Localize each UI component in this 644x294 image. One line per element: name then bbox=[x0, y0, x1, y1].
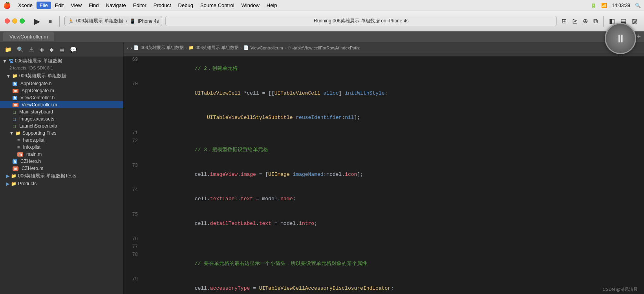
main-storyboard-label: Main.storyboard bbox=[19, 109, 53, 115]
menubar: 🍎 Xcode File Edit View Find Navigate Edi… bbox=[0, 0, 644, 11]
menu-editor[interactable]: Editor bbox=[130, 2, 150, 9]
sidebar-group-tests[interactable]: ▶ 📁 006英雄展示-单组数据Tests bbox=[0, 172, 123, 180]
code-row-77: 77 bbox=[124, 244, 644, 252]
breakpoint-btn[interactable]: ◆ bbox=[48, 46, 55, 53]
scheme-selector[interactable]: 🏃 006英雄展示-单组数据 › 📱 iPhone 4s bbox=[64, 16, 162, 26]
minimize-button[interactable] bbox=[12, 18, 17, 24]
menu-help[interactable]: Help bbox=[263, 2, 280, 9]
add-tab-button[interactable]: + bbox=[637, 33, 641, 41]
sidebar-item-main-m[interactable]: m main.m bbox=[0, 151, 123, 158]
appdelegate-m-label: AppDelegate.m bbox=[22, 88, 54, 93]
tab-viewcontroller-m[interactable]: ViewController.m bbox=[3, 32, 54, 41]
chat-btn[interactable]: 💬 bbox=[68, 46, 78, 53]
fullscreen-button[interactable] bbox=[20, 18, 25, 24]
breadcrumb-item-2[interactable]: 📄 ViewController.m bbox=[243, 45, 283, 50]
sidebar-item-info-plist[interactable]: ≡ Info.plist bbox=[0, 144, 123, 151]
sidebar-group-main[interactable]: ▼ 📁 006英雄展示-单组数据 bbox=[0, 72, 123, 80]
heros-plist-label: heros.plist bbox=[23, 137, 44, 143]
source-file-icon-1: m bbox=[13, 89, 18, 93]
code-line-70b: UITableViewCellStyleSubtitle reuseIdenti… bbox=[143, 106, 644, 130]
menu-edit[interactable]: Edit bbox=[52, 2, 67, 9]
utilities-toggle[interactable]: ▨ bbox=[630, 16, 639, 26]
stop-button[interactable]: ■ bbox=[46, 17, 55, 26]
menu-wifi-icon: 📶 bbox=[601, 3, 607, 8]
simulator-button[interactable]: ⧉ bbox=[592, 16, 599, 26]
menu-debug[interactable]: Debug bbox=[175, 2, 196, 9]
menu-search-icon[interactable]: 🔍 bbox=[635, 3, 641, 8]
menu-file[interactable]: File bbox=[37, 2, 51, 9]
warning-btn[interactable]: ⚠ bbox=[27, 46, 36, 53]
sidebar-item-appdelegate-h[interactable]: h AppDelegate.h bbox=[0, 80, 123, 87]
sidebar-item-images-xcassets[interactable]: ◻ Images.xcassets bbox=[0, 115, 123, 122]
breadcrumb-item-3[interactable]: ◇ -tableView:cellForRowAtIndexPath: bbox=[287, 45, 360, 50]
separator-2 bbox=[603, 16, 604, 27]
pause-overlay[interactable]: ⏸ bbox=[605, 23, 636, 54]
code-line-72: // 3．把模型数据设置给单元格 bbox=[143, 138, 644, 162]
project-icon: 🏗 bbox=[9, 58, 13, 64]
sidebar-group-products[interactable]: ▶ 📁 Products bbox=[0, 180, 123, 187]
apple-menu[interactable]: 🍎 bbox=[3, 2, 11, 9]
sidebar-group-supporting-files[interactable]: ▼ 📁 Supporting Files bbox=[0, 130, 123, 137]
code-row-79: 79 cell.accessoryType = UITableViewCellA… bbox=[124, 276, 644, 294]
menu-product[interactable]: Product bbox=[150, 2, 174, 9]
supporting-folder-icon: 📁 bbox=[15, 131, 21, 136]
source-file-icon-4: m bbox=[13, 166, 18, 171]
breadcrumb-label-1: 006英雄展示-单组数据 bbox=[196, 45, 239, 51]
sidebar-project-root[interactable]: ▼ 🏗 006英雄展示-单组数据 bbox=[0, 57, 123, 66]
scm-btn[interactable]: ◈ bbox=[38, 46, 46, 53]
code-editor[interactable]: 69 // 2．创建单元格 70 UITableViewCell *cell =… bbox=[124, 57, 644, 294]
products-folder-icon: 📁 bbox=[11, 181, 16, 186]
sidebar-item-viewcontroller-h[interactable]: h ViewController.h bbox=[0, 94, 123, 101]
info-plist-label: Info.plist bbox=[23, 144, 40, 150]
close-button[interactable] bbox=[5, 18, 10, 24]
folder-icon-btn[interactable]: 📁 bbox=[3, 46, 13, 53]
watermark-text: CSDN @清风清晨 bbox=[603, 287, 638, 292]
run-button[interactable]: ▶ bbox=[31, 15, 43, 27]
menu-source-control[interactable]: Source Control bbox=[197, 2, 238, 9]
breadcrumb-sep-2: › bbox=[285, 46, 286, 50]
menu-xcode[interactable]: Xcode bbox=[15, 2, 36, 9]
sidebar-item-launchscreen-xib[interactable]: ◻ LaunchScreen.xib bbox=[0, 122, 123, 130]
bottom-bar: CSDN @清风清晨 bbox=[596, 285, 644, 294]
traffic-lights bbox=[5, 18, 25, 24]
breadcrumb-forward[interactable]: › bbox=[130, 45, 132, 51]
menubar-right: 🔋 📶 14:03:39 🔍 bbox=[591, 3, 641, 8]
appdelegate-h-label: AppDelegate.h bbox=[20, 81, 51, 86]
breadcrumb-back[interactable]: ‹ bbox=[127, 45, 129, 51]
line-num-75: 75 bbox=[124, 212, 143, 236]
menu-view[interactable]: View bbox=[68, 2, 85, 9]
viewcontroller-m-label: ViewController.m bbox=[22, 102, 57, 108]
sidebar-item-czhero-m[interactable]: m CZHero.m bbox=[0, 165, 123, 172]
line-num-69: 69 bbox=[124, 57, 143, 81]
code-line-69: // 2．创建单元格 bbox=[143, 57, 644, 81]
line-num-76: 76 bbox=[124, 236, 143, 244]
grid-view-button[interactable]: ⊞ bbox=[560, 16, 568, 26]
code-line-75: cell.detailTextLabel.text = model.intro; bbox=[143, 212, 644, 236]
supporting-collapse-icon: ▼ bbox=[9, 131, 14, 135]
menu-navigate[interactable]: Navigate bbox=[102, 2, 129, 9]
breadcrumb-item-0[interactable]: 📄 006英雄展示-单组数据 bbox=[134, 45, 184, 51]
device-icon: 📱 bbox=[130, 18, 135, 24]
products-label: Products bbox=[18, 181, 37, 186]
sidebar-item-heros-plist[interactable]: ≡ heros.plist bbox=[0, 137, 123, 144]
menu-window[interactable]: Window bbox=[238, 2, 263, 9]
location-button[interactable]: ⊕ bbox=[581, 16, 589, 26]
search-nav-btn[interactable]: 🔍 bbox=[15, 46, 25, 53]
navigator-toolbar: 📁 🔍 ⚠ ◈ ◆ ▤ 💬 bbox=[0, 42, 124, 57]
code-row-71: 71 bbox=[124, 130, 644, 138]
device-name: iPhone 4s bbox=[138, 18, 159, 24]
sidebar-item-appdelegate-m[interactable]: m AppDelegate.m bbox=[0, 87, 123, 94]
breadcrumb-item-1[interactable]: 📁 006英雄展示-单组数据 bbox=[188, 45, 239, 51]
main-layout: ▼ 🏗 006英雄展示-单组数据 2 targets, iOS SDK 8.1 … bbox=[0, 57, 644, 294]
code-row-70: 70 UITableViewCell *cell = [[UITableView… bbox=[124, 81, 644, 105]
menu-find[interactable]: Find bbox=[86, 2, 102, 9]
code-line-78: // 要在单元格的最右边显示一个小箭头，所以要设置单元格对象的某个属性 bbox=[143, 252, 644, 276]
breakpoints-button[interactable]: ⊵ bbox=[571, 16, 579, 26]
sidebar-item-czhero-h[interactable]: h CZHero.h bbox=[0, 158, 123, 165]
sidebar-item-main-storyboard[interactable]: ◻ Main.storyboard bbox=[0, 108, 123, 115]
report-btn[interactable]: ▤ bbox=[58, 46, 66, 53]
breadcrumb-sep-0: › bbox=[185, 46, 187, 50]
code-line-71 bbox=[143, 130, 644, 138]
sidebar-item-viewcontroller-m[interactable]: m ViewController.m bbox=[0, 101, 123, 108]
storyboard-icon: ◻ bbox=[13, 110, 16, 115]
